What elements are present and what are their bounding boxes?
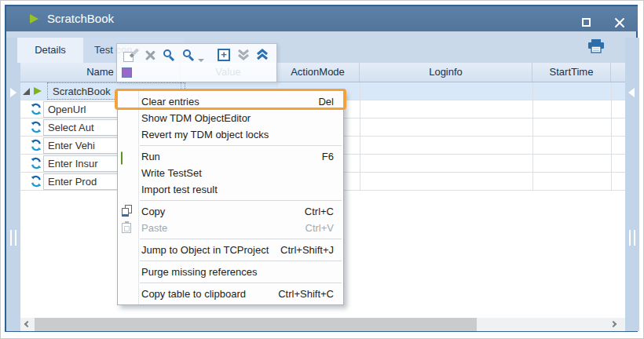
run-icon	[121, 150, 134, 163]
tab-bar: DetailsTest con	[20, 38, 625, 63]
floating-toolbar: +	[116, 43, 277, 82]
menu-item-revert-my-tdm-object-locks[interactable]: Revert my TDM object locks	[118, 126, 343, 143]
expand-panel-left-icon[interactable]	[10, 88, 16, 97]
menu-separator	[140, 282, 342, 283]
copy-icon	[121, 205, 134, 218]
rerun-icon	[30, 157, 42, 170]
horizontal-scrollbar[interactable]	[20, 318, 625, 331]
menu-item-shortcut: F6	[322, 148, 334, 165]
column-header-actionmode[interactable]: ActionMode	[276, 63, 360, 82]
menu-item-shortcut: Ctrl+Shift+C	[278, 286, 334, 302]
menu-item-label: Write TestSet	[141, 165, 334, 181]
expand-all-icon[interactable]	[256, 49, 270, 63]
menu-item-label: Run	[141, 148, 322, 165]
menu-item-label: Paste	[141, 220, 306, 236]
color-swatch-icon[interactable]	[122, 67, 132, 78]
menu-item-label: Jump to Object in TCProject	[141, 242, 280, 258]
menu-item-show-tdm-objecteditor[interactable]: Show TDM ObjectEditor	[118, 110, 343, 126]
collapse-all-icon[interactable]	[237, 49, 251, 63]
printer-icon	[587, 39, 605, 53]
right-splitter[interactable]	[625, 38, 639, 331]
menu-separator	[140, 200, 342, 201]
window-title: ScratchBook	[47, 6, 114, 31]
chevron-left-icon	[24, 321, 31, 327]
rerun-icon	[30, 121, 42, 133]
menu-item-paste[interactable]: PasteCtrl+V	[118, 220, 343, 236]
menu-item-shortcut: Ctrl+C	[305, 203, 334, 220]
menu-item-shortcut: Ctrl+Shift+J	[280, 242, 334, 258]
column-header-loginfo[interactable]: Loginfo	[360, 63, 532, 82]
column-header-starttime[interactable]: StartTime	[532, 63, 611, 82]
zoom-icon[interactable]	[163, 49, 177, 63]
grid-header: NameValueActionModeLoginfoStartTime	[20, 63, 625, 82]
menu-item-shortcut: Ctrl+V	[306, 220, 334, 236]
menu-item-run[interactable]: RunF6	[118, 148, 343, 165]
expand-panel-right-icon[interactable]	[628, 88, 635, 97]
delete-icon[interactable]	[144, 49, 158, 63]
print-button[interactable]	[587, 39, 611, 60]
grid-column-divider	[360, 82, 360, 191]
titlebar[interactable]: ScratchBook	[6, 6, 638, 31]
menu-item-label: Import test result	[141, 181, 334, 198]
menu-item-label: Revert my TDM object locks	[141, 126, 334, 143]
splitter-grip[interactable]	[629, 230, 635, 246]
tab-details[interactable]: Details	[17, 38, 83, 63]
menu-item-copy[interactable]: CopyCtrl+C	[118, 203, 343, 220]
context-menu: Clear entriesDelShow TDM ObjectEditorRev…	[117, 90, 344, 305]
menu-item-label: Show TDM ObjectEditor	[141, 110, 334, 126]
menu-separator	[140, 239, 342, 239]
menu-item-label: Copy	[141, 203, 305, 220]
menu-separator	[140, 261, 342, 261]
edit-icon[interactable]	[123, 49, 137, 63]
menu-item-jump-to-object-in-tcproject[interactable]: Jump to Object in TCProjectCtrl+Shift+J	[118, 242, 343, 258]
maximize-icon	[582, 18, 591, 27]
close-button[interactable]	[609, 16, 630, 33]
zoom-dropdown-icon[interactable]	[182, 49, 196, 63]
rerun-icon	[30, 139, 42, 151]
scroll-left-button[interactable]	[20, 318, 35, 331]
menu-item-copy-table-to-clipboard[interactable]: Copy table to clipboardCtrl+Shift+C	[118, 286, 343, 302]
menu-item-purge-missing-references[interactable]: Purge missing references	[118, 264, 343, 280]
scroll-right-button[interactable]	[608, 318, 622, 331]
add-table-icon[interactable]: +	[218, 49, 230, 61]
annotation-highlight	[115, 89, 346, 110]
menu-items: Clear entriesDelShow TDM ObjectEditorRev…	[118, 93, 343, 302]
expander-icon[interactable]	[23, 88, 30, 95]
rerun-icon	[30, 103, 42, 115]
menu-item-label: Purge missing references	[141, 264, 334, 280]
maximize-button[interactable]	[576, 16, 597, 33]
left-splitter[interactable]	[6, 38, 20, 331]
chevron-right-icon	[610, 321, 617, 327]
grid-column-divider	[611, 82, 612, 191]
splitter-grip[interactable]	[10, 230, 16, 246]
paste-icon	[121, 221, 134, 235]
rerun-icon	[30, 175, 42, 188]
menu-item-import-test-result[interactable]: Import test result	[118, 181, 343, 198]
play-icon	[34, 87, 42, 95]
play-icon	[30, 14, 38, 24]
menu-item-write-testset[interactable]: Write TestSet	[118, 165, 343, 181]
scrollbar-thumb[interactable]	[35, 318, 477, 331]
column-header-filler[interactable]	[611, 63, 625, 82]
grid-column-divider	[532, 82, 533, 191]
menu-separator	[140, 145, 342, 146]
menu-item-label: Copy table to clipboard	[141, 286, 278, 302]
